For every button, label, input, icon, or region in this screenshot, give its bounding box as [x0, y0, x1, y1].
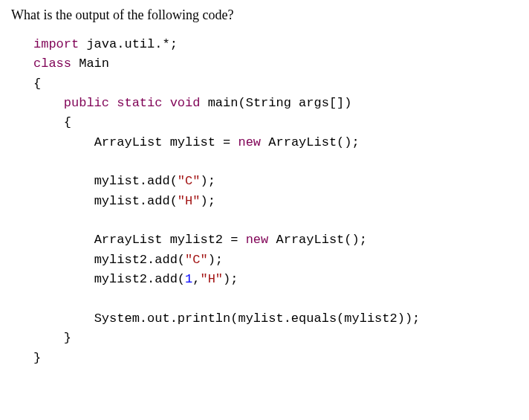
string-literal: "H" — [200, 272, 223, 286]
keyword-import: import — [33, 37, 79, 51]
number-literal: 1 — [185, 272, 192, 286]
keyword-class: class — [33, 56, 71, 71]
code-text: main(String args[]) — [200, 96, 351, 110]
code-text: mylist2.add( — [94, 272, 185, 286]
keyword-static: static — [117, 96, 162, 110]
keyword-void: void — [170, 96, 201, 110]
code-text: mylist.add( — [94, 194, 178, 208]
code-block: import java.util.*; class Main { public … — [11, 35, 518, 368]
brace: { — [33, 77, 41, 91]
brace: { — [64, 115, 71, 129]
code-text: ); — [200, 194, 215, 208]
keyword-new: new — [246, 233, 269, 247]
question-text: What is the output of the following code… — [11, 7, 518, 23]
code-text: mylist.add( — [94, 174, 178, 188]
code-text: ArrayList mylist2 = — [94, 233, 246, 247]
code-text: ArrayList(); — [268, 233, 367, 247]
keyword-public: public — [64, 96, 109, 110]
string-literal: "C" — [185, 253, 208, 267]
code-text: , — [192, 272, 200, 286]
code-text: ArrayList(); — [261, 135, 360, 149]
brace: } — [33, 351, 41, 365]
code-text: ); — [200, 174, 215, 188]
code-text: mylist2.add( — [94, 253, 185, 267]
code-text: ArrayList mylist = — [94, 135, 238, 149]
code-text: System.out.println(mylist.equals(mylist2… — [94, 311, 421, 326]
code-text: java.util.*; — [79, 37, 178, 51]
string-literal: "C" — [178, 174, 201, 188]
code-text: Main — [71, 56, 109, 71]
code-text: ); — [208, 253, 223, 267]
brace: } — [64, 331, 71, 345]
keyword-new: new — [238, 135, 261, 149]
string-literal: "H" — [178, 194, 201, 208]
code-text: ); — [223, 272, 238, 286]
